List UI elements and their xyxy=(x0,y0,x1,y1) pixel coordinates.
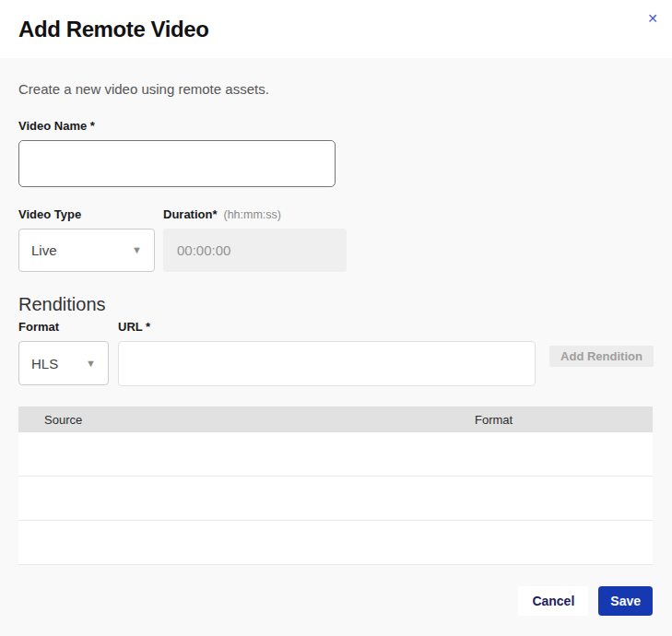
type-duration-row: Video Type Live ▼ Duration*(hh:mm:ss) xyxy=(18,207,654,272)
duration-label: Duration*(hh:mm:ss) xyxy=(163,207,347,221)
modal-description: Create a new video using remote assets. xyxy=(18,81,654,97)
modal-body: Create a new video using remote assets. … xyxy=(0,58,672,565)
renditions-table: Source Format xyxy=(18,406,653,565)
source-column-header: Source xyxy=(18,413,475,427)
duration-hint: (hh:mm:ss) xyxy=(224,208,282,221)
video-name-label: Video Name * xyxy=(18,119,654,133)
rendition-input-row: Format HLS ▼ URL * Add Rendition xyxy=(18,320,654,386)
table-row xyxy=(18,477,653,521)
duration-label-text: Duration* xyxy=(163,207,218,221)
video-type-field: Video Type Live ▼ xyxy=(18,207,155,272)
add-rendition-button[interactable]: Add Rendition xyxy=(549,346,654,367)
duration-field: Duration*(hh:mm:ss) xyxy=(163,207,347,272)
url-label: URL * xyxy=(118,320,536,334)
duration-input xyxy=(163,229,347,272)
format-field: Format HLS ▼ xyxy=(18,320,109,385)
save-button[interactable]: Save xyxy=(598,586,653,616)
dropdown-arrow-icon: ▼ xyxy=(132,245,142,255)
format-label: Format xyxy=(18,320,109,334)
modal-footer: Cancel Save xyxy=(518,586,653,616)
format-selected-value: HLS xyxy=(31,356,58,371)
add-remote-video-modal: Add Remote Video ✕ Create a new video us… xyxy=(0,0,672,636)
cancel-button[interactable]: Cancel xyxy=(518,586,588,616)
video-type-selected-value: Live xyxy=(31,242,57,258)
video-type-select[interactable]: Live ▼ xyxy=(18,229,155,272)
page-title: Add Remote Video xyxy=(18,17,209,42)
renditions-table-header: Source Format xyxy=(18,406,653,432)
video-name-input[interactable] xyxy=(18,140,336,187)
url-field: URL * xyxy=(118,320,536,386)
table-row xyxy=(18,521,653,565)
dropdown-arrow-icon: ▼ xyxy=(86,359,96,369)
renditions-table-body xyxy=(18,432,653,565)
url-input[interactable] xyxy=(118,341,536,386)
modal-header: Add Remote Video ✕ xyxy=(0,0,672,58)
format-select[interactable]: HLS ▼ xyxy=(18,341,109,385)
table-row xyxy=(18,432,653,477)
renditions-heading: Renditions xyxy=(18,294,654,315)
video-type-label: Video Type xyxy=(18,207,155,221)
close-icon[interactable]: ✕ xyxy=(647,12,658,25)
format-column-header: Format xyxy=(475,413,653,427)
